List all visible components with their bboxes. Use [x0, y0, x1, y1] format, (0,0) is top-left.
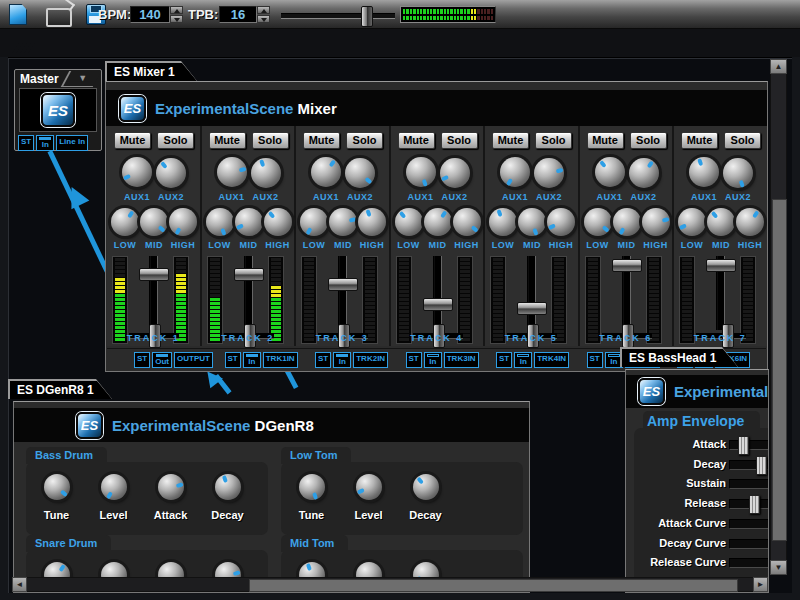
port-direction[interactable]: In	[243, 352, 261, 368]
aux2-knob[interactable]	[629, 158, 659, 188]
mute-button[interactable]: Mute	[303, 132, 340, 149]
horizontal-scrollbar-thumb[interactable]	[249, 579, 738, 592]
Attack-knob[interactable]	[158, 474, 184, 500]
solo-button[interactable]: Solo	[252, 132, 289, 149]
bpm-stepper[interactable]	[170, 6, 183, 23]
port-name[interactable]: Line In	[56, 135, 88, 151]
vertical-scrollbar[interactable]	[770, 59, 787, 575]
basshead-window-tab[interactable]: ES BassHead 1	[620, 347, 738, 367]
Tune-knob[interactable]	[44, 474, 70, 500]
solo-button[interactable]: Solo	[346, 132, 383, 149]
mute-button[interactable]: Mute	[114, 132, 151, 149]
high-knob[interactable]	[736, 208, 764, 236]
mid-knob[interactable]	[518, 208, 546, 236]
aux2-knob[interactable]	[345, 158, 375, 188]
port-stereo[interactable]: ST	[496, 352, 512, 368]
envelope-slider-track[interactable]	[729, 519, 769, 529]
volume-fader-track[interactable]	[338, 256, 347, 330]
volume-fader-handle[interactable]	[139, 268, 169, 281]
mixer-window-tab[interactable]: ES Mixer 1	[105, 61, 197, 81]
scroll-up-button[interactable]: ▲	[770, 59, 787, 74]
Tune-knob[interactable]	[299, 474, 325, 500]
envelope-slider-handle[interactable]	[738, 436, 749, 455]
low-knob[interactable]	[300, 208, 328, 236]
volume-fader-handle[interactable]	[423, 298, 453, 311]
aux1-knob[interactable]	[595, 157, 625, 187]
volume-fader-handle[interactable]	[517, 302, 547, 315]
port-name[interactable]: TRK2IN	[353, 352, 388, 368]
Level-knob[interactable]	[101, 474, 127, 500]
master-volume-slider[interactable]	[281, 13, 395, 19]
port-direction[interactable]: In	[424, 352, 442, 368]
mid-knob[interactable]	[140, 208, 168, 236]
port-name[interactable]: TRK4IN	[534, 352, 569, 368]
envelope-slider-track[interactable]	[729, 479, 769, 489]
mid-knob[interactable]	[613, 208, 641, 236]
port-direction[interactable]: In	[333, 352, 351, 368]
volume-fader-track[interactable]	[433, 256, 442, 330]
envelope-slider-track[interactable]	[729, 440, 769, 450]
low-knob[interactable]	[395, 208, 423, 236]
horizontal-scrollbar[interactable]	[12, 577, 768, 592]
port-stereo[interactable]: ST	[406, 352, 422, 368]
solo-button[interactable]: Solo	[535, 132, 572, 149]
tpb-input[interactable]: 16	[219, 6, 257, 23]
mute-button[interactable]: Mute	[209, 132, 246, 149]
envelope-slider-handle[interactable]	[749, 495, 760, 514]
aux1-knob[interactable]	[689, 157, 719, 187]
low-knob[interactable]	[584, 208, 612, 236]
port-stereo[interactable]: ST	[134, 352, 150, 368]
master-volume-handle[interactable]	[361, 6, 373, 27]
aux1-knob[interactable]	[500, 157, 530, 187]
solo-button[interactable]: Solo	[157, 132, 194, 149]
high-knob[interactable]	[264, 208, 292, 236]
port-name[interactable]: TRK1IN	[263, 352, 298, 368]
volume-fader-handle[interactable]	[612, 259, 642, 272]
aux1-knob[interactable]	[406, 157, 436, 187]
port-direction[interactable]: Out	[152, 352, 172, 368]
dgenr8-window-tab[interactable]: ES DGenR8 1	[8, 379, 112, 399]
scroll-right-button[interactable]: ►	[753, 577, 768, 592]
scroll-left-button[interactable]: ◄	[12, 577, 27, 592]
low-knob[interactable]	[206, 208, 234, 236]
aux2-knob[interactable]	[251, 158, 281, 188]
envelope-slider-track[interactable]	[729, 558, 769, 568]
mute-button[interactable]: Mute	[681, 132, 718, 149]
Decay-knob[interactable]	[413, 474, 439, 500]
aux1-knob[interactable]	[311, 157, 341, 187]
open-file-icon[interactable]	[46, 8, 72, 27]
aux2-knob[interactable]	[440, 158, 470, 188]
aux1-knob[interactable]	[122, 157, 152, 187]
high-knob[interactable]	[169, 208, 197, 236]
port-stereo[interactable]: ST	[225, 352, 241, 368]
envelope-slider-track[interactable]	[729, 499, 769, 509]
low-knob[interactable]	[678, 208, 706, 236]
tpb-stepper[interactable]	[257, 6, 270, 23]
port-stereo[interactable]: ST	[587, 352, 603, 368]
high-knob[interactable]	[642, 208, 670, 236]
volume-fader-handle[interactable]	[706, 259, 736, 272]
mid-knob[interactable]	[424, 208, 452, 236]
scroll-down-button[interactable]: ▼	[770, 560, 787, 575]
master-dropdown[interactable]: ▼	[60, 71, 101, 87]
low-knob[interactable]	[489, 208, 517, 236]
mute-button[interactable]: Mute	[587, 132, 624, 149]
solo-button[interactable]: Solo	[724, 132, 761, 149]
solo-button[interactable]: Solo	[441, 132, 478, 149]
high-knob[interactable]	[453, 208, 481, 236]
envelope-slider-track[interactable]	[729, 539, 769, 549]
port-name[interactable]: TRK3IN	[444, 352, 479, 368]
solo-button[interactable]: Solo	[630, 132, 667, 149]
port-stereo[interactable]: ST	[315, 352, 331, 368]
Level-knob[interactable]	[356, 474, 382, 500]
aux2-knob[interactable]	[534, 158, 564, 188]
volume-fader-handle[interactable]	[328, 278, 358, 291]
port-stereo[interactable]: ST	[18, 135, 34, 151]
aux1-knob[interactable]	[217, 157, 247, 187]
volume-fader-handle[interactable]	[234, 268, 264, 281]
high-knob[interactable]	[547, 208, 575, 236]
low-knob[interactable]	[111, 208, 139, 236]
high-knob[interactable]	[358, 208, 386, 236]
aux2-knob[interactable]	[723, 158, 753, 188]
vertical-scrollbar-thumb[interactable]	[772, 199, 787, 541]
